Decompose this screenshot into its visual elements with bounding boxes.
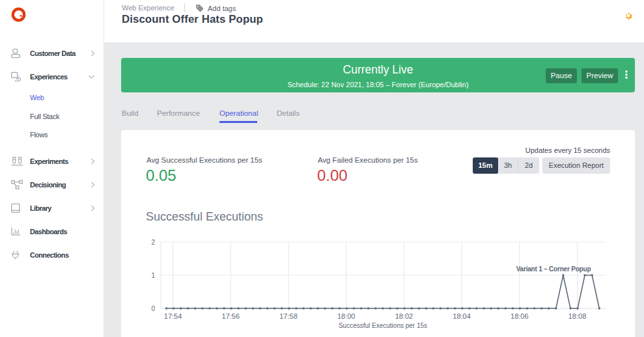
svg-text:17:58: 17:58: [279, 312, 298, 320]
svg-text:18:00: 18:00: [337, 312, 356, 320]
svg-text:17:56: 17:56: [222, 312, 240, 320]
svg-text:2: 2: [151, 239, 155, 246]
svg-text:18:06: 18:06: [511, 312, 529, 320]
svg-text:18:02: 18:02: [395, 312, 413, 320]
svg-text:1: 1: [151, 272, 155, 279]
svg-text:18:04: 18:04: [453, 312, 471, 320]
svg-text:17:54: 17:54: [164, 312, 182, 320]
svg-text:0: 0: [151, 305, 155, 312]
svg-text:Successful Executions per 15s: Successful Executions per 15s: [339, 322, 427, 329]
svg-text:18:08: 18:08: [568, 312, 587, 320]
svg-text:Variant 1 – Corner Popup: Variant 1 – Corner Popup: [516, 265, 591, 273]
